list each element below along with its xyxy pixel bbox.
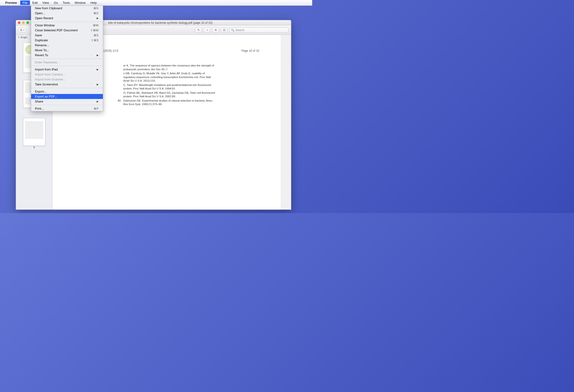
menu-item-label: Duplicate <box>35 38 48 42</box>
menu-item-label: Save <box>35 34 42 37</box>
markup-dropdown-button[interactable]: ▾ <box>204 28 210 33</box>
reference-item: n DB, Cambray G, Mutalik VK, Gao Y, Arki… <box>117 72 216 83</box>
submenu-arrow-icon: ▶ <box>97 17 99 19</box>
menu-help[interactable]: Help <box>88 0 99 5</box>
menu-item-label: Export as PDF... <box>35 95 57 98</box>
menu-item-label: Import from Scanner... <box>35 78 65 81</box>
menu-item-rename[interactable]: Rename... <box>31 43 103 48</box>
submenu-arrow-icon: ▶ <box>97 100 99 103</box>
menu-item-shortcut: ⌘O <box>93 12 99 15</box>
reference-item: er K. The sequence of spacers between th… <box>117 64 216 71</box>
zoom-icon[interactable] <box>26 21 29 24</box>
references: er K. The sequence of spacers between th… <box>117 64 216 106</box>
menu-item-print[interactable]: Print...⌘P <box>31 106 103 111</box>
menu-item-label: Enter Password... <box>35 60 59 64</box>
app-name[interactable]: Preview <box>5 1 17 4</box>
page-number: Page 10 of 10 <box>241 49 259 53</box>
submenu-arrow-icon: ▶ <box>97 54 99 56</box>
menu-item-duplicate[interactable]: Duplicate⇧⌘S <box>31 38 103 43</box>
menu-item-revert-to[interactable]: Revert To▶ <box>31 53 103 58</box>
menu-item-shortcut: ⌘N <box>93 7 99 10</box>
search-input[interactable]: 🔍 Search <box>229 28 289 33</box>
reference-item: C, Tsien RY. Wavelength mutations and po… <box>117 83 216 91</box>
menu-tools[interactable]: Tools <box>60 0 72 5</box>
menu-item-open-recent[interactable]: Open Recent▶ <box>31 16 103 21</box>
submenu-arrow-icon: ▶ <box>97 68 99 71</box>
menu-item-label: Import from iPad <box>35 68 58 71</box>
sidebar-header-label: Engin <box>21 36 27 39</box>
menu-separator <box>31 88 103 88</box>
file-menu-dropdown: New from Clipboard⌘NOpen...⌘OOpen Recent… <box>31 6 103 111</box>
menu-item-label: New from Clipboard <box>35 6 62 10</box>
menu-item-label: Close Selected PDF Document <box>35 28 78 32</box>
reference-item: O, Palmer AE, Steinbach PA, Baird GS, Za… <box>117 91 216 98</box>
menu-item-close-window[interactable]: Close Window⌘W <box>31 23 103 28</box>
sidebar-view-button[interactable]: ☰▾ <box>18 28 26 33</box>
menu-go[interactable]: Go <box>51 0 60 5</box>
thumbnail-group[interactable]: 9 <box>23 118 45 149</box>
annotate-button[interactable]: Ⓐ <box>221 28 227 33</box>
menu-item-new-from-clipboard[interactable]: New from Clipboard⌘N <box>31 6 103 11</box>
menu-item-shortcut: ⇧⌘W <box>90 29 99 32</box>
menu-view[interactable]: View <box>40 0 52 5</box>
menu-item-take-screenshot[interactable]: Take Screenshot▶ <box>31 82 103 87</box>
menu-item-label: Close Window <box>35 23 55 27</box>
page-thumbnail[interactable] <box>23 118 45 146</box>
rotate-button[interactable]: ⟲ <box>212 28 219 33</box>
submenu-arrow-icon: ▶ <box>97 83 99 86</box>
menu-item-close-selected-pdf-document[interactable]: Close Selected PDF Document⇧⌘W <box>31 28 103 33</box>
menubar: Preview File Edit View Go Tools Window H… <box>0 0 312 6</box>
menu-item-label: Import from Camera... <box>35 73 65 76</box>
minimize-icon[interactable] <box>22 21 25 24</box>
menu-item-label: Take Screenshot <box>35 83 58 86</box>
menu-item-open[interactable]: Open...⌘O <box>31 11 103 16</box>
menu-separator <box>31 105 103 105</box>
menu-item-shortcut: ⌘P <box>94 107 99 110</box>
menu-item-label: Rename... <box>35 43 49 47</box>
menu-item-label: Print... <box>35 107 44 110</box>
menu-item-label: Export... <box>35 90 46 93</box>
menu-item-move-to[interactable]: Move To... <box>31 48 103 53</box>
menu-item-import-from-scanner: Import from Scanner... <box>31 77 103 82</box>
thumbnail-label: 9 <box>23 146 45 149</box>
menu-item-label: Open... <box>35 11 45 15</box>
menu-separator <box>31 59 103 59</box>
menu-item-share[interactable]: Share▶ <box>31 99 103 104</box>
menu-item-export-as-pdf[interactable]: Export as PDF... <box>31 94 103 99</box>
menu-file[interactable]: File <box>20 0 30 5</box>
markup-pen-button[interactable]: ✎ <box>195 28 202 33</box>
menu-window[interactable]: Window <box>72 0 88 5</box>
menu-item-label: Share <box>35 100 43 103</box>
menu-item-label: Move To... <box>35 48 49 52</box>
menu-item-import-from-camera: Import from Camera... <box>31 72 103 77</box>
menu-separator <box>31 66 103 66</box>
menu-item-import-from-ipad[interactable]: Import from iPad▶ <box>31 67 103 72</box>
close-icon[interactable] <box>18 21 20 24</box>
menu-item-shortcut: ⌘W <box>93 24 99 27</box>
disclosure-triangle-icon[interactable]: ▼ <box>18 36 20 38</box>
search-icon: 🔍 <box>231 28 234 32</box>
menu-item-label: Open Recent <box>35 16 53 20</box>
menu-item-label: Revert To <box>35 53 48 57</box>
reference-item: 40.Dykhuizen DE. Experimental studies of… <box>117 99 216 106</box>
menu-item-save[interactable]: Save⌘S <box>31 33 103 38</box>
menu-item-export[interactable]: Export... <box>31 89 103 94</box>
menu-item-shortcut: ⌘S <box>94 34 99 37</box>
search-placeholder: Search <box>235 28 245 32</box>
menu-item-enter-password: Enter Password... <box>31 60 103 65</box>
journal-year: (2018) 12:8 <box>103 49 118 53</box>
menu-edit[interactable]: Edit <box>30 0 40 5</box>
menu-item-shortcut: ⇧⌘S <box>91 39 99 42</box>
traffic-lights <box>18 21 29 24</box>
